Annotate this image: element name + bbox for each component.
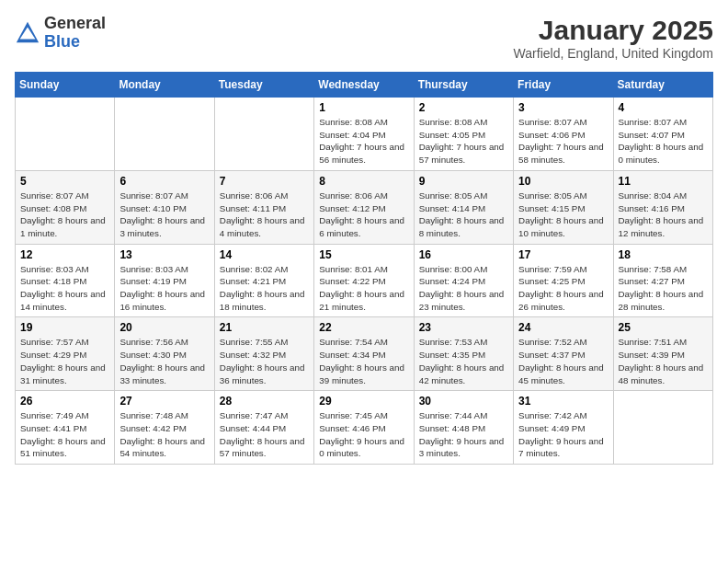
- day-info: Sunrise: 7:59 AM Sunset: 4:25 PM Dayligh…: [518, 263, 608, 314]
- day-info: Sunrise: 8:07 AM Sunset: 4:07 PM Dayligh…: [619, 116, 708, 167]
- calendar-title: January 2025: [514, 15, 713, 46]
- day-info: Sunrise: 8:07 AM Sunset: 4:08 PM Dayligh…: [20, 190, 109, 240]
- calendar-cell: 8Sunrise: 8:06 AM Sunset: 4:12 PM Daylig…: [314, 170, 414, 244]
- day-info: Sunrise: 8:03 AM Sunset: 4:19 PM Dayligh…: [119, 263, 209, 314]
- calendar-week-2: 5Sunrise: 8:07 AM Sunset: 4:08 PM Daylig…: [16, 170, 713, 244]
- day-info: Sunrise: 7:44 AM Sunset: 4:48 PM Dayligh…: [419, 409, 508, 460]
- day-number: 27: [119, 395, 209, 408]
- day-info: Sunrise: 8:04 AM Sunset: 4:16 PM Dayligh…: [619, 190, 708, 240]
- calendar-cell: 21Sunrise: 7:55 AM Sunset: 4:32 PM Dayli…: [214, 317, 313, 391]
- day-number: 2: [419, 101, 508, 114]
- day-number: 10: [518, 175, 608, 188]
- day-number: 8: [319, 175, 408, 188]
- calendar-cell: 2Sunrise: 8:08 AM Sunset: 4:05 PM Daylig…: [414, 98, 513, 171]
- calendar-cell: 26Sunrise: 7:49 AM Sunset: 4:41 PM Dayli…: [16, 391, 115, 465]
- calendar-week-1: 1Sunrise: 8:08 AM Sunset: 4:04 PM Daylig…: [16, 98, 713, 171]
- title-block: January 2025 Warfield, England, United K…: [514, 15, 713, 61]
- day-info: Sunrise: 8:05 AM Sunset: 4:15 PM Dayligh…: [518, 190, 608, 240]
- day-number: 5: [20, 175, 109, 188]
- day-info: Sunrise: 8:07 AM Sunset: 4:10 PM Dayligh…: [119, 190, 209, 240]
- day-info: Sunrise: 8:06 AM Sunset: 4:12 PM Dayligh…: [319, 190, 408, 240]
- day-number: 11: [619, 175, 708, 188]
- weekday-header-friday: Friday: [514, 73, 613, 98]
- weekday-header-tuesday: Tuesday: [214, 73, 313, 98]
- day-info: Sunrise: 7:52 AM Sunset: 4:37 PM Dayligh…: [518, 336, 608, 386]
- calendar-cell: [16, 98, 115, 171]
- calendar-cell: 15Sunrise: 8:01 AM Sunset: 4:22 PM Dayli…: [314, 244, 414, 317]
- calendar-cell: 27Sunrise: 7:48 AM Sunset: 4:42 PM Dayli…: [115, 391, 214, 465]
- day-info: Sunrise: 8:05 AM Sunset: 4:14 PM Dayligh…: [419, 190, 508, 240]
- calendar-cell: 10Sunrise: 8:05 AM Sunset: 4:15 PM Dayli…: [514, 170, 613, 244]
- day-number: 17: [518, 248, 608, 261]
- logo-text: General Blue: [44, 15, 106, 52]
- calendar-cell: 18Sunrise: 7:58 AM Sunset: 4:27 PM Dayli…: [613, 244, 712, 317]
- calendar-cell: [613, 391, 712, 465]
- calendar-cell: 28Sunrise: 7:47 AM Sunset: 4:44 PM Dayli…: [214, 391, 313, 465]
- day-info: Sunrise: 8:01 AM Sunset: 4:22 PM Dayligh…: [319, 263, 408, 314]
- day-info: Sunrise: 8:08 AM Sunset: 4:04 PM Dayligh…: [319, 116, 408, 167]
- day-number: 25: [619, 321, 708, 334]
- logo-general-text: General: [44, 14, 106, 32]
- page-header: General Blue January 2025 Warfield, Engl…: [15, 15, 713, 61]
- day-number: 19: [20, 321, 109, 334]
- day-number: 21: [220, 321, 309, 334]
- day-number: 4: [619, 101, 708, 114]
- day-number: 1: [319, 101, 408, 114]
- day-number: 9: [419, 175, 508, 188]
- weekday-header-monday: Monday: [115, 73, 214, 98]
- calendar-subtitle: Warfield, England, United Kingdom: [514, 46, 713, 61]
- day-info: Sunrise: 7:57 AM Sunset: 4:29 PM Dayligh…: [20, 336, 109, 386]
- calendar-cell: 23Sunrise: 7:53 AM Sunset: 4:35 PM Dayli…: [414, 317, 513, 391]
- calendar-cell: 29Sunrise: 7:45 AM Sunset: 4:46 PM Dayli…: [314, 391, 414, 465]
- day-number: 31: [518, 395, 608, 408]
- calendar-body: 1Sunrise: 8:08 AM Sunset: 4:04 PM Daylig…: [16, 98, 713, 465]
- day-info: Sunrise: 7:51 AM Sunset: 4:39 PM Dayligh…: [619, 336, 708, 386]
- day-info: Sunrise: 7:42 AM Sunset: 4:49 PM Dayligh…: [518, 409, 608, 460]
- calendar-week-4: 19Sunrise: 7:57 AM Sunset: 4:29 PM Dayli…: [16, 317, 713, 391]
- day-info: Sunrise: 8:06 AM Sunset: 4:11 PM Dayligh…: [220, 190, 309, 240]
- calendar-cell: 11Sunrise: 8:04 AM Sunset: 4:16 PM Dayli…: [613, 170, 712, 244]
- calendar-cell: 7Sunrise: 8:06 AM Sunset: 4:11 PM Daylig…: [214, 170, 313, 244]
- logo-icon: [15, 20, 40, 46]
- day-number: 16: [419, 248, 508, 261]
- weekday-header-sunday: Sunday: [16, 73, 115, 98]
- day-number: 14: [220, 248, 309, 261]
- day-info: Sunrise: 8:02 AM Sunset: 4:21 PM Dayligh…: [220, 263, 309, 314]
- day-number: 18: [619, 248, 708, 261]
- day-number: 30: [419, 395, 508, 408]
- calendar-cell: 25Sunrise: 7:51 AM Sunset: 4:39 PM Dayli…: [613, 317, 712, 391]
- calendar-week-5: 26Sunrise: 7:49 AM Sunset: 4:41 PM Dayli…: [16, 391, 713, 465]
- day-number: 23: [419, 321, 508, 334]
- weekday-header-saturday: Saturday: [613, 73, 712, 98]
- calendar-cell: 17Sunrise: 7:59 AM Sunset: 4:25 PM Dayli…: [514, 244, 613, 317]
- calendar-cell: [214, 98, 313, 171]
- calendar-cell: 4Sunrise: 8:07 AM Sunset: 4:07 PM Daylig…: [613, 98, 712, 171]
- calendar-cell: 5Sunrise: 8:07 AM Sunset: 4:08 PM Daylig…: [16, 170, 115, 244]
- weekday-header-wednesday: Wednesday: [314, 73, 414, 98]
- day-info: Sunrise: 7:47 AM Sunset: 4:44 PM Dayligh…: [220, 409, 309, 460]
- calendar-cell: 12Sunrise: 8:03 AM Sunset: 4:18 PM Dayli…: [16, 244, 115, 317]
- calendar-week-3: 12Sunrise: 8:03 AM Sunset: 4:18 PM Dayli…: [16, 244, 713, 317]
- weekday-header-row: SundayMondayTuesdayWednesdayThursdayFrid…: [16, 73, 713, 98]
- calendar-cell: 30Sunrise: 7:44 AM Sunset: 4:48 PM Dayli…: [414, 391, 513, 465]
- day-number: 20: [119, 321, 209, 334]
- calendar-cell: 31Sunrise: 7:42 AM Sunset: 4:49 PM Dayli…: [514, 391, 613, 465]
- calendar-cell: 6Sunrise: 8:07 AM Sunset: 4:10 PM Daylig…: [115, 170, 214, 244]
- calendar-cell: 16Sunrise: 8:00 AM Sunset: 4:24 PM Dayli…: [414, 244, 513, 317]
- calendar-cell: [115, 98, 214, 171]
- day-number: 15: [319, 248, 408, 261]
- calendar-cell: 13Sunrise: 8:03 AM Sunset: 4:19 PM Dayli…: [115, 244, 214, 317]
- day-info: Sunrise: 8:08 AM Sunset: 4:05 PM Dayligh…: [419, 116, 508, 167]
- day-info: Sunrise: 7:58 AM Sunset: 4:27 PM Dayligh…: [619, 263, 708, 314]
- day-info: Sunrise: 8:03 AM Sunset: 4:18 PM Dayligh…: [20, 263, 109, 314]
- day-number: 12: [20, 248, 109, 261]
- day-number: 28: [220, 395, 309, 408]
- day-number: 3: [518, 101, 608, 114]
- day-number: 24: [518, 321, 608, 334]
- day-info: Sunrise: 7:48 AM Sunset: 4:42 PM Dayligh…: [119, 409, 209, 460]
- calendar-cell: 3Sunrise: 8:07 AM Sunset: 4:06 PM Daylig…: [514, 98, 613, 171]
- day-number: 7: [220, 175, 309, 188]
- calendar-cell: 20Sunrise: 7:56 AM Sunset: 4:30 PM Dayli…: [115, 317, 214, 391]
- day-number: 29: [319, 395, 408, 408]
- day-info: Sunrise: 7:55 AM Sunset: 4:32 PM Dayligh…: [220, 336, 309, 386]
